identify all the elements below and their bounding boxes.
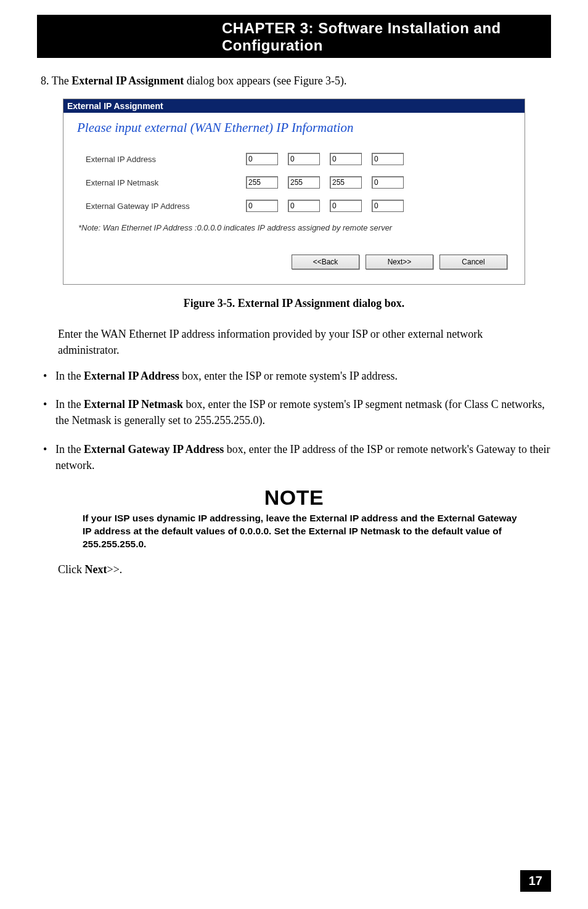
step-8-num: 8. The <box>41 75 71 87</box>
external-netmask-octet-4[interactable] <box>372 176 404 189</box>
bullet-list: In the External IP Address box, enter th… <box>37 368 551 473</box>
row-external-ip-address: External IP Address <box>86 153 513 165</box>
label-external-gateway-ip: External Gateway IP Address <box>86 202 246 211</box>
closing-line: Click Next>>. <box>58 563 551 576</box>
external-netmask-octet-3[interactable] <box>330 176 362 189</box>
bullet-3-pre: In the <box>55 443 84 455</box>
step-8-bold: External IP Assignment <box>71 75 184 87</box>
note-heading: NOTE <box>37 486 551 510</box>
note-body: If your ISP uses dynamic IP addressing, … <box>83 512 524 551</box>
dialog-heading: Please input external (WAN Ethernet) IP … <box>77 120 513 136</box>
external-ip-octet-1[interactable] <box>246 153 278 165</box>
closing-bold: Next <box>85 563 107 576</box>
label-external-ip-netmask: External IP Netmask <box>86 178 246 187</box>
bullet-1-post: box, enter the ISP or remote system's IP… <box>179 370 398 382</box>
dialog-button-row: <<Back Next>> Cancel <box>75 251 513 273</box>
back-button[interactable]: <<Back <box>292 255 359 269</box>
external-ip-octet-2[interactable] <box>288 153 320 165</box>
step-8-text: 8. The External IP Assignment dialog box… <box>37 73 551 89</box>
chapter-header-bar: CHAPTER 3: Software Installation and Con… <box>37 15 551 58</box>
page-number: 17 <box>520 870 551 892</box>
chapter-header-text: CHAPTER 3: Software Installation and Con… <box>222 20 501 54</box>
closing-pre: Click <box>58 563 85 576</box>
external-gateway-octet-3[interactable] <box>330 200 362 212</box>
page: CHAPTER 3: Software Installation and Con… <box>0 0 588 909</box>
row-external-gateway-ip: External Gateway IP Address <box>86 200 513 212</box>
intro-paragraph: Enter the WAN Ethernet IP address inform… <box>58 326 539 358</box>
dialog-titlebar: External IP Assignment <box>63 99 525 113</box>
closing-post: >>. <box>107 563 122 576</box>
bullet-1-bold: External IP Address <box>84 370 179 382</box>
external-ip-octet-4[interactable] <box>372 153 404 165</box>
bullet-1-pre: In the <box>55 370 84 382</box>
figure-caption: Figure 3-5. External IP Assignment dialo… <box>37 297 551 310</box>
bullet-2: In the External IP Netmask box, enter th… <box>41 396 551 428</box>
external-netmask-octet-1[interactable] <box>246 176 278 189</box>
label-external-ip-address: External IP Address <box>86 155 246 164</box>
external-netmask-octet-2[interactable] <box>288 176 320 189</box>
bullet-2-bold: External IP Netmask <box>84 398 183 410</box>
external-ip-octet-3[interactable] <box>330 153 362 165</box>
external-gateway-octet-1[interactable] <box>246 200 278 212</box>
step-8-rest: dialog box appears (see Figure 3-5). <box>184 75 346 87</box>
cancel-button[interactable]: Cancel <box>439 255 507 269</box>
dialog-body: Please input external (WAN Ethernet) IP … <box>63 113 525 284</box>
bullet-3-bold: External Gateway IP Address <box>84 443 224 455</box>
bullet-1: In the External IP Address box, enter th… <box>41 368 551 384</box>
external-gateway-octet-2[interactable] <box>288 200 320 212</box>
bullet-2-pre: In the <box>55 398 84 410</box>
external-ip-assignment-dialog: External IP Assignment Please input exte… <box>63 99 525 285</box>
row-external-ip-netmask: External IP Netmask <box>86 176 513 189</box>
next-button[interactable]: Next>> <box>365 255 433 269</box>
bullet-3: In the External Gateway IP Address box, … <box>41 441 551 473</box>
dialog-footnote: *Note: Wan Ethernet IP Address :0.0.0.0 … <box>78 223 513 232</box>
external-gateway-octet-4[interactable] <box>372 200 404 212</box>
